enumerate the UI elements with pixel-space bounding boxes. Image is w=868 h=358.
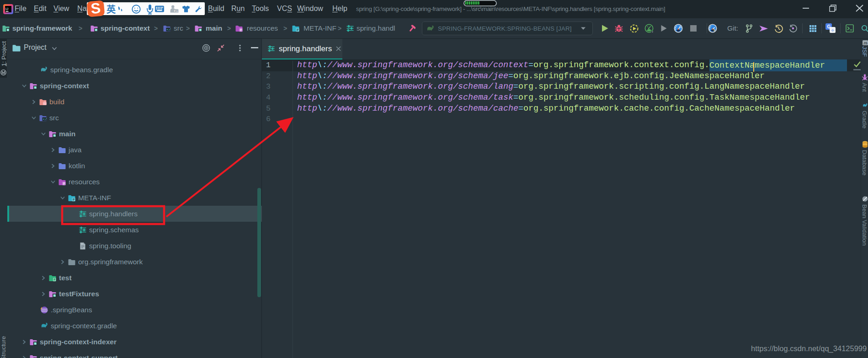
svg-text:JS: JS xyxy=(863,41,868,45)
svg-text:✧: ✧ xyxy=(831,28,835,33)
svg-text:IJ: IJ xyxy=(5,7,8,11)
svg-text:</>: </> xyxy=(43,118,47,121)
svg-text:z: z xyxy=(714,28,715,32)
svg-text:19: 19 xyxy=(175,9,178,12)
svg-text:</>: </> xyxy=(167,28,171,32)
